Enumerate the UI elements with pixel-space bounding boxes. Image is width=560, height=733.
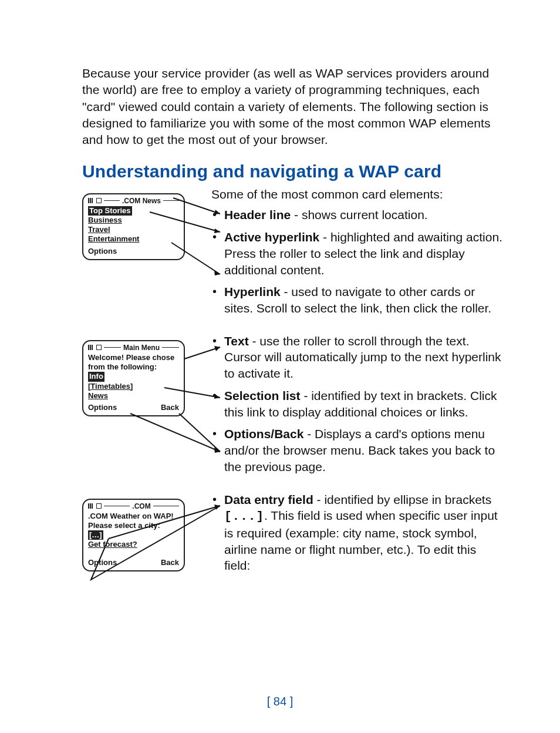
hyperlink: News [88, 391, 179, 401]
bullet-item: Header line - shows current location. [211, 207, 504, 223]
wap-screen-weather: .COM .COM Weather on WAP! Please select … [82, 499, 185, 571]
hyperlink: Travel [88, 225, 179, 234]
bullet-item: Selection list - identified by text in b… [211, 388, 504, 420]
signal-icon [88, 503, 94, 509]
page-number: [ 84 ] [0, 695, 560, 708]
active-hyperlink: Info [88, 372, 104, 381]
screen-text: Please select a city: [88, 521, 179, 530]
softkey-back: Back [161, 558, 179, 567]
screen-text: Welcome! Please chose [88, 353, 179, 362]
signal-icon [88, 198, 94, 203]
wap-screen-menu: Main Menu Welcome! Please chose from the… [82, 340, 185, 416]
screen-title: Main Menu [123, 344, 160, 352]
bullet-item: Data entry field - identified by ellipse… [211, 492, 504, 574]
softkey-options: Options [88, 558, 117, 567]
softkey-back: Back [161, 403, 179, 412]
hyperlink: Business [88, 216, 179, 225]
battery-icon [96, 503, 102, 509]
lead-text: Some of the most common card elements: [211, 186, 504, 203]
active-hyperlink: Top Stories [88, 206, 132, 216]
battery-icon [96, 345, 102, 350]
hyperlink: Get forecast? [88, 540, 179, 549]
softkey-options: Options [88, 403, 117, 412]
softkey-options: Options [88, 247, 117, 255]
bullet-item: Options/Back - Displays a card's options… [211, 426, 504, 475]
bullet-item: Active hyperlink - highlighted and await… [211, 229, 504, 278]
screen-title: .COM [132, 502, 150, 510]
intro-paragraph: Because your service provider (as well a… [82, 65, 504, 149]
section-heading: Understanding and navigating a WAP card [82, 162, 504, 181]
wap-screen-news: .COM News Top Stories Business Travel En… [82, 193, 185, 260]
hyperlink: Entertainment [88, 234, 179, 244]
screen-text: from the following: [88, 362, 179, 372]
screen-text: .COM Weather on WAP! [88, 512, 179, 521]
bullet-item: Text - use the roller to scroll through … [211, 333, 504, 382]
battery-icon [96, 198, 102, 203]
screen-title: .COM News [122, 197, 161, 205]
selection-list: [Timetables] [88, 382, 179, 391]
signal-icon [88, 345, 94, 350]
data-entry-field: […] [88, 530, 103, 540]
bullet-item: Hyperlink - used to navigate to other ca… [211, 284, 504, 316]
